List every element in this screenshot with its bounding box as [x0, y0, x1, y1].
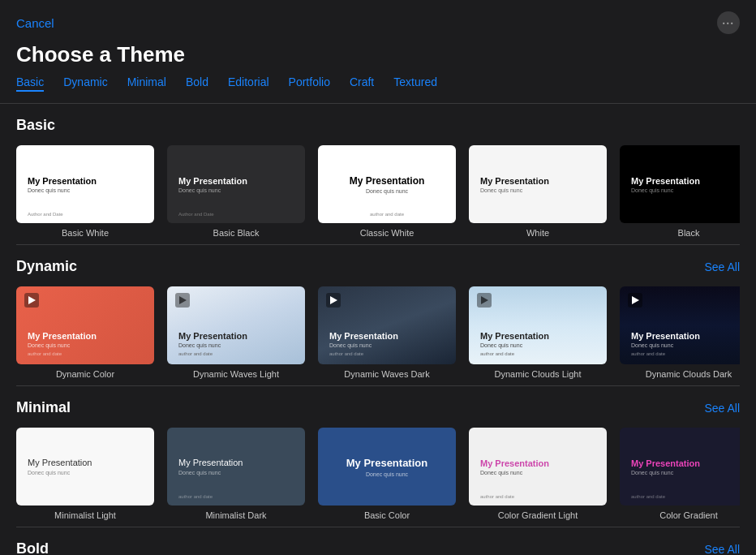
- pres-author: author and date: [631, 351, 740, 356]
- play-badge: [175, 293, 190, 308]
- pres-sub: Donec quis nunc: [631, 342, 740, 348]
- tab-bar: Basic Dynamic Minimal Bold Editorial Por…: [0, 75, 756, 104]
- play-badge: [628, 293, 642, 308]
- cancel-button[interactable]: Cancel: [16, 16, 54, 30]
- pres-author: author and date: [178, 351, 294, 356]
- theme-card-dynamic-waves-light[interactable]: My Presentation Donec quis nunc author a…: [167, 286, 305, 379]
- more-icon: ●●●: [722, 20, 734, 25]
- theme-label-classic-white: Classic White: [360, 228, 415, 238]
- play-icon: [481, 296, 488, 304]
- theme-label-basic-color: Basic Color: [364, 510, 410, 520]
- see-all-dynamic[interactable]: See All: [704, 260, 740, 273]
- pres-title: My Presentation: [329, 331, 445, 341]
- theme-label-color-gradient-light: Color Gradient Light: [498, 510, 578, 520]
- play-badge: [477, 293, 492, 308]
- play-icon: [330, 296, 337, 304]
- basic-theme-grid: My Presentation Donec quis nunc Author a…: [16, 145, 740, 238]
- thumbnail-dynamic-color: My Presentation Donec quis nunc author a…: [16, 286, 154, 364]
- pres-sub: Donec quis nunc: [480, 470, 595, 475]
- pres-title: My Presentation: [178, 458, 294, 467]
- header: Cancel ●●●: [0, 0, 756, 39]
- play-badge: [326, 293, 341, 308]
- see-all-bold[interactable]: See All: [704, 543, 740, 556]
- pres-sub: Donec quis nunc: [329, 342, 445, 348]
- pres-sub: Donec quis nunc: [28, 187, 143, 193]
- section-bold-header: Bold See All: [16, 540, 740, 555]
- theme-card-minimalist-light[interactable]: My Presentation Donec quis nunc Minimali…: [16, 428, 154, 520]
- tab-basic[interactable]: Basic: [16, 75, 44, 92]
- theme-card-basic-color[interactable]: My Presentation Donec quis nunc Basic Co…: [318, 428, 456, 520]
- see-all-minimal[interactable]: See All: [704, 402, 740, 415]
- more-button[interactable]: ●●●: [717, 11, 740, 34]
- theme-card-dynamic-clouds-dark[interactable]: My Presentation Donec quis nunc author a…: [620, 286, 740, 379]
- section-dynamic-title: Dynamic: [16, 258, 77, 275]
- pres-sub: Donec quis nunc: [480, 342, 595, 348]
- tab-dynamic[interactable]: Dynamic: [63, 75, 107, 92]
- pres-author: author and date: [28, 351, 143, 356]
- theme-card-dynamic-clouds-light[interactable]: My Presentation Donec quis nunc author a…: [469, 286, 607, 379]
- theme-label-color-gradient: Color Gradient: [659, 510, 718, 520]
- pres-sub: Donec quis nunc: [366, 188, 408, 194]
- pres-title: My Presentation: [480, 458, 595, 468]
- theme-card-minimalist-dark[interactable]: My Presentation Donec quis nunc author a…: [167, 428, 305, 520]
- pres-author: Author and Date: [178, 212, 214, 217]
- thumbnail-minimalist-light: My Presentation Donec quis nunc: [16, 428, 154, 506]
- theme-card-white[interactable]: My Presentation Donec quis nunc White: [469, 145, 607, 238]
- tab-minimal[interactable]: Minimal: [127, 75, 166, 92]
- theme-label-dynamic-clouds-dark: Dynamic Clouds Dark: [646, 369, 732, 379]
- pres-author: author and date: [480, 351, 595, 356]
- pres-sub: Donec quis nunc: [480, 187, 595, 193]
- pres-title: My Presentation: [178, 331, 294, 341]
- thumbnail-dynamic-waves-dark: My Presentation Donec quis nunc author a…: [318, 286, 456, 364]
- theme-card-classic-white[interactable]: My Presentation Donec quis nunc author a…: [318, 145, 456, 238]
- thumbnail-basic-black: My Presentation Donec quis nunc Author a…: [167, 145, 305, 223]
- theme-label-white: White: [526, 228, 549, 238]
- section-dynamic-header: Dynamic See All: [16, 258, 740, 275]
- thumbnail-dynamic-clouds-dark: My Presentation Donec quis nunc author a…: [620, 286, 740, 364]
- pres-sub: Donec quis nunc: [28, 470, 143, 475]
- theme-card-dynamic-waves-dark[interactable]: My Presentation Donec quis nunc author a…: [318, 286, 456, 379]
- tab-craft[interactable]: Craft: [350, 75, 374, 92]
- pres-title: My Presentation: [28, 458, 143, 467]
- theme-card-color-gradient[interactable]: My Presentation Donec quis nunc author a…: [620, 428, 740, 520]
- thumbnail-black: My Presentation Donec quis nunc: [620, 145, 740, 223]
- pres-title: My Presentation: [346, 457, 427, 469]
- tab-editorial[interactable]: Editorial: [228, 75, 269, 92]
- theme-label-dynamic-waves-dark: Dynamic Waves Dark: [344, 369, 429, 379]
- play-icon: [632, 296, 639, 304]
- thumbnail-classic-white: My Presentation Donec quis nunc author a…: [318, 145, 456, 223]
- theme-label-minimalist-dark: Minimalist Dark: [205, 510, 266, 520]
- pres-title: My Presentation: [28, 176, 143, 186]
- section-minimal: Minimal See All My Presentation Donec qu…: [0, 386, 756, 527]
- thumbnail-dynamic-clouds-light: My Presentation Donec quis nunc author a…: [469, 286, 607, 364]
- thumbnail-white: My Presentation Donec quis nunc: [469, 145, 607, 223]
- pres-sub: Donec quis nunc: [178, 470, 294, 475]
- pres-author: Author and Date: [28, 212, 63, 217]
- section-dynamic: Dynamic See All My Presentation Donec qu…: [0, 245, 756, 385]
- pres-author: author and date: [370, 212, 404, 217]
- thumbnail-color-gradient-light: My Presentation Donec quis nunc author a…: [469, 428, 607, 506]
- section-minimal-title: Minimal: [16, 399, 71, 416]
- pres-sub: Donec quis nunc: [28, 342, 143, 348]
- tab-textured[interactable]: Textured: [393, 75, 437, 92]
- pres-title: My Presentation: [480, 331, 595, 341]
- pres-author: author and date: [329, 351, 445, 356]
- theme-card-black[interactable]: My Presentation Donec quis nunc Black: [620, 145, 740, 238]
- tab-portfolio[interactable]: Portfolio: [289, 75, 330, 92]
- thumbnail-basic-white: My Presentation Donec quis nunc Author a…: [16, 145, 154, 223]
- theme-card-basic-white[interactable]: My Presentation Donec quis nunc Author a…: [16, 145, 154, 238]
- play-icon: [179, 296, 187, 304]
- pres-sub: Donec quis nunc: [178, 342, 294, 348]
- pres-title: My Presentation: [631, 331, 740, 341]
- pres-title: My Presentation: [28, 331, 143, 341]
- tab-bold[interactable]: Bold: [186, 75, 208, 92]
- theme-card-basic-black[interactable]: My Presentation Donec quis nunc Author a…: [167, 145, 305, 238]
- pres-author: author and date: [631, 494, 665, 499]
- theme-label-basic-white: Basic White: [62, 228, 109, 238]
- pres-title: My Presentation: [178, 176, 294, 186]
- pres-title: My Presentation: [480, 176, 595, 186]
- theme-card-color-gradient-light[interactable]: My Presentation Donec quis nunc author a…: [469, 428, 607, 520]
- dynamic-theme-grid: My Presentation Donec quis nunc author a…: [16, 286, 740, 379]
- thumbnail-color-gradient: My Presentation Donec quis nunc author a…: [620, 428, 740, 506]
- theme-card-dynamic-color[interactable]: My Presentation Donec quis nunc author a…: [16, 286, 154, 379]
